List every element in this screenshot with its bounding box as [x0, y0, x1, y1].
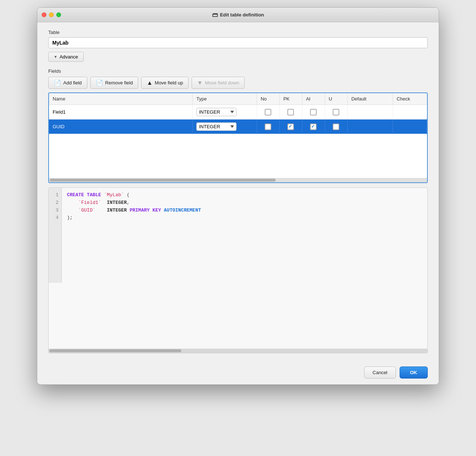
move-down-icon: ▼ [197, 80, 203, 86]
row-no-guid[interactable] [257, 119, 279, 134]
traffic-lights [42, 12, 61, 17]
move-field-down-button[interactable]: ▼ Move field down [192, 77, 245, 89]
sql-editor-container: 1 2 3 4 CREATE TABLE `MyLab` ( `Field1` … [48, 187, 428, 353]
row-type-field1[interactable]: INTEGER TEXT REAL BLOB [193, 105, 257, 119]
checkbox-ai-field1[interactable] [310, 109, 317, 115]
row-no-field1[interactable] [257, 105, 279, 119]
row-check-guid [393, 119, 427, 134]
row-pk-field1[interactable] [279, 105, 302, 119]
type-select-field1[interactable]: INTEGER TEXT REAL BLOB [196, 108, 237, 116]
row-name-field1: Field1 [49, 105, 193, 119]
line-number-3: 3 [52, 207, 58, 214]
table-name-input[interactable] [48, 37, 428, 48]
checkbox-u-field1[interactable] [333, 109, 339, 115]
row-default-field1 [347, 105, 393, 119]
remove-field-button[interactable]: 📄 Remove field [90, 77, 139, 89]
empty-rows [49, 134, 427, 178]
sql-editor[interactable]: 1 2 3 4 CREATE TABLE `MyLab` ( `Field1` … [49, 188, 427, 283]
table-header-row: Name Type No PK AI U Default Check [49, 93, 427, 105]
col-header-no: No [257, 93, 279, 105]
col-header-check: Check [393, 93, 427, 105]
checkbox-u-guid[interactable] [333, 123, 339, 130]
line-number-1: 1 [52, 191, 58, 199]
move-up-icon: ▲ [147, 80, 152, 86]
horizontal-scrollbar[interactable] [49, 178, 427, 182]
ok-button[interactable]: OK [400, 366, 428, 379]
cancel-button[interactable]: Cancel [364, 366, 396, 379]
table-row[interactable]: Field1 INTEGER TEXT REAL BLOB [49, 105, 427, 119]
advance-button[interactable]: ▼ Advance [48, 52, 84, 62]
type-select-wrapper-field1[interactable]: INTEGER TEXT REAL BLOB [196, 108, 237, 116]
fields-table-container: Name Type No PK AI U Default Check Field… [48, 92, 428, 183]
close-button[interactable] [42, 12, 46, 17]
row-ai-field1[interactable] [302, 105, 325, 119]
sql-editor-empty [49, 283, 427, 349]
col-header-pk: PK [279, 93, 302, 105]
line-number-2: 2 [52, 199, 58, 207]
dialog-window: 🗃 Edit table definition Table ▼ Advance … [37, 7, 439, 385]
checkbox-pk-guid[interactable] [287, 123, 294, 130]
advance-arrow-icon: ▼ [54, 55, 57, 59]
row-default-guid [347, 119, 393, 134]
row-pk-guid[interactable] [279, 119, 302, 134]
sql-scrollbar-thumb[interactable] [49, 349, 181, 352]
row-check-field1 [393, 105, 427, 119]
type-select-wrapper-guid[interactable]: INTEGER TEXT REAL BLOB [196, 122, 237, 131]
checkbox-pk-field1[interactable] [287, 109, 294, 115]
maximize-button[interactable] [56, 12, 61, 17]
type-select-guid[interactable]: INTEGER TEXT REAL BLOB [196, 122, 237, 131]
row-ai-guid[interactable] [302, 119, 325, 134]
checkbox-no-guid[interactable] [265, 123, 271, 130]
checkbox-ai-guid[interactable] [310, 123, 317, 130]
table-label: Table [48, 30, 428, 35]
col-header-name: Name [49, 93, 193, 105]
row-u-guid[interactable] [325, 119, 347, 134]
row-type-guid[interactable]: INTEGER TEXT REAL BLOB [193, 119, 257, 134]
window-title: 🗃 Edit table definition [212, 12, 264, 18]
checkbox-no-field1[interactable] [265, 109, 271, 115]
col-header-type: Type [193, 93, 257, 105]
title-icon: 🗃 [212, 12, 218, 18]
fields-toolbar: 📄 Add field 📄 Remove field ▲ Move field … [48, 77, 428, 89]
sql-code[interactable]: CREATE TABLE `MyLab` ( `Field1` INTEGER,… [62, 188, 427, 283]
fields-label: Fields [48, 68, 428, 74]
col-header-ai: AI [302, 93, 325, 105]
col-header-default: Default [347, 93, 393, 105]
table-row[interactable]: GUID INTEGER TEXT REAL BLOB [49, 119, 427, 134]
row-name-guid: GUID [49, 119, 193, 134]
titlebar: 🗃 Edit table definition [37, 8, 439, 22]
dialog-content: Table ▼ Advance Fields 📄 Add field 📄 Rem… [37, 22, 439, 361]
line-number-4: 4 [52, 214, 58, 222]
col-header-u: U [325, 93, 347, 105]
move-field-up-button[interactable]: ▲ Move field up [141, 77, 188, 89]
remove-field-icon: 📄 [96, 79, 103, 86]
scrollbar-thumb[interactable] [50, 179, 276, 182]
minimize-button[interactable] [49, 12, 54, 17]
add-field-button[interactable]: 📄 Add field [48, 77, 87, 89]
row-u-field1[interactable] [325, 105, 347, 119]
bottom-bar: Cancel OK [37, 361, 439, 384]
add-field-icon: 📄 [54, 79, 61, 86]
fields-table: Name Type No PK AI U Default Check Field… [49, 93, 427, 134]
sql-horizontal-scrollbar[interactable] [49, 349, 427, 353]
line-numbers: 1 2 3 4 [49, 188, 62, 283]
